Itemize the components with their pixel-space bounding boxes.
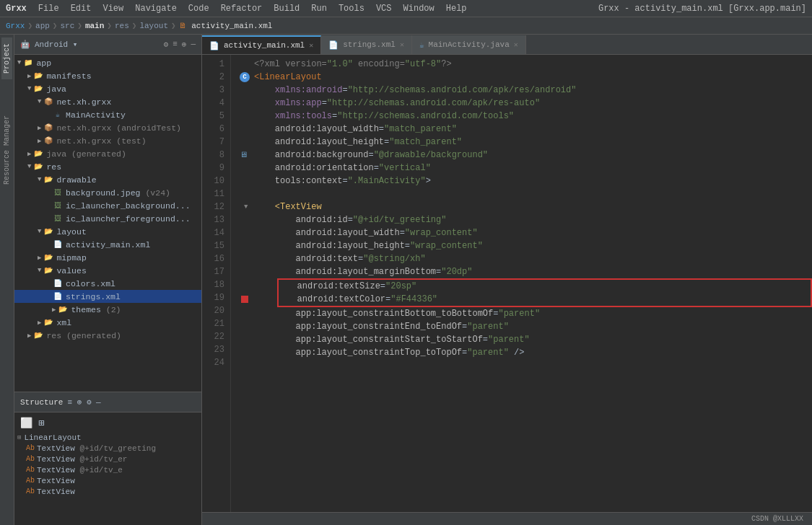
tree-label-activity-main: activity_main.xml xyxy=(66,240,150,250)
menu-edit[interactable]: Edit xyxy=(71,4,92,14)
tree-label-java: java xyxy=(46,84,66,94)
sep5: ❯ xyxy=(132,21,137,30)
tab-java-icon: ☕ xyxy=(419,40,424,50)
struct-label-ll: LinearLayout xyxy=(24,433,81,442)
struct-tv1[interactable]: Ab TextView @+id/tv_greeting xyxy=(14,443,201,454)
menu-window[interactable]: Window xyxy=(403,4,435,14)
img-icon: 🖼 xyxy=(52,187,64,198)
breadcrumb-main[interactable]: main xyxy=(85,22,104,30)
menu-build[interactable]: Build xyxy=(274,4,300,14)
android-icon: 🤖 xyxy=(20,40,30,49)
tab-strings[interactable]: 📄 strings.xml ✕ xyxy=(321,35,412,54)
tree-values[interactable]: ▼ 📂 values xyxy=(14,264,201,277)
struct-icon2[interactable]: ⊞ xyxy=(38,417,44,429)
arrow-mipmap: ▶ xyxy=(38,254,41,262)
folder-icon: 📁 xyxy=(22,57,34,69)
tree-themes[interactable]: ▶ 📂 themes (2) xyxy=(14,303,201,316)
menu-file[interactable]: File xyxy=(38,4,59,14)
breadcrumb-grxx[interactable]: Grxx xyxy=(6,22,25,30)
tree-java[interactable]: ▼ 📂 java xyxy=(14,82,201,95)
arrow-net: ▼ xyxy=(38,98,41,105)
struct-tv4[interactable]: Ab TextView xyxy=(14,475,201,486)
struct-tv2[interactable]: Ab TextView @+id/tv_er xyxy=(14,454,201,464)
breadcrumb-current[interactable]: 🗎 activity_main.xml xyxy=(179,21,273,30)
breadcrumb-layout[interactable]: layout xyxy=(139,22,168,30)
tree-res[interactable]: ▼ 📂 res xyxy=(14,160,201,173)
panel-header-icons: ⚙ ≡ ⊕ — xyxy=(164,40,196,49)
tree-manifests[interactable]: ▶ 📂 manifests xyxy=(14,69,201,82)
tree-test[interactable]: ▶ 📦 net.xh.grxx (test) xyxy=(14,134,201,147)
tree-res-gen[interactable]: ▶ 📂 res (generated) xyxy=(14,329,201,342)
breadcrumb-res[interactable]: res xyxy=(115,22,129,30)
struct-tv5[interactable]: Ab TextView xyxy=(14,486,201,497)
struct-icons-row: ⬜ ⊞ xyxy=(14,414,201,432)
android-dropdown[interactable]: Android ▾ xyxy=(35,40,77,49)
tree-ic-launcher-bg[interactable]: 🖼 ic_launcher_background... xyxy=(14,199,201,212)
collapse-icon[interactable]: ⊕ xyxy=(182,40,187,49)
sidebar-tab-project[interactable]: Project xyxy=(1,38,12,79)
tree-label-app: app xyxy=(36,58,51,68)
structure-list-icon[interactable]: ≡ xyxy=(67,398,72,407)
values-icon: 📂 xyxy=(43,265,54,276)
arrow-xml: ▶ xyxy=(38,319,41,327)
xml-icon: 📄 xyxy=(52,239,64,250)
drawable-icon: 📂 xyxy=(43,174,54,185)
fold-icon-12[interactable]: ▼ xyxy=(244,200,248,213)
menu-navigate[interactable]: Navigate xyxy=(135,4,177,14)
tree-label-ic-bg: ic_launcher_background... xyxy=(66,201,191,211)
menu-run[interactable]: Run xyxy=(311,4,327,14)
tree-java-gen[interactable]: ▶ 📂 java (generated) xyxy=(14,147,201,160)
code-line-3: xmlns:android="http://schemas.android.co… xyxy=(240,84,812,97)
tree-colors[interactable]: 📄 colors.xml xyxy=(14,277,201,290)
tree-app[interactable]: ▼ 📁 app xyxy=(14,56,201,69)
code-line-21: app:layout_constraintEnd_toEndOf="parent… xyxy=(240,320,812,333)
expand-icon[interactable]: ≡ xyxy=(173,40,178,49)
menu-help[interactable]: Help xyxy=(446,4,467,14)
tree-background[interactable]: 🖼 background.jpeg (v24) xyxy=(14,186,201,199)
tree-strings[interactable]: 📄 strings.xml xyxy=(14,290,201,303)
tree-xml[interactable]: ▶ 📂 xml xyxy=(14,316,201,329)
sep6: ❯ xyxy=(171,21,176,30)
tree-layout[interactable]: ▼ 📂 layout xyxy=(14,225,201,238)
breadcrumb-app[interactable]: app xyxy=(35,22,50,30)
structure-settings-icon[interactable]: ⚙ xyxy=(87,398,92,407)
minimize-icon[interactable]: — xyxy=(191,40,196,49)
tab-close-strings[interactable]: ✕ xyxy=(400,40,404,49)
tree-drawable[interactable]: ▼ 📂 drawable xyxy=(14,173,201,186)
c-indicator: C xyxy=(240,72,250,82)
menu-refactor[interactable]: Refactor xyxy=(221,4,263,14)
sidebar-tab-resource[interactable]: Resource Manager xyxy=(1,110,12,190)
arrow-res: ▼ xyxy=(27,163,31,170)
code-area[interactable]: <?xml version="1.0" encoding="utf-8"?> C… xyxy=(231,55,812,512)
tab-mainactivity[interactable]: ☕ MainActivity.java ✕ xyxy=(412,35,526,54)
sidebar-tabs: Project Resource Manager xyxy=(0,35,14,525)
struct-linearlayout[interactable]: ⊞ LinearLayout xyxy=(14,432,201,443)
img3-icon: 🖼 xyxy=(52,213,64,224)
java-file-icon: ☕ xyxy=(52,109,64,120)
tree-label-res-gen: res (generated) xyxy=(46,331,121,340)
struct-tv3[interactable]: Ab TextView @+id/tv_e xyxy=(14,464,201,475)
menu-tools[interactable]: Tools xyxy=(339,4,364,14)
structure-sort-icon[interactable]: ⊕ xyxy=(77,398,82,407)
arrow-themes: ▶ xyxy=(52,306,56,314)
settings-icon[interactable]: ⚙ xyxy=(164,40,169,49)
menu-code[interactable]: Code xyxy=(188,4,209,14)
menu-vcs[interactable]: VCS xyxy=(376,4,392,14)
tree-ic-launcher-fg[interactable]: 🖼 ic_launcher_foreground... xyxy=(14,212,201,225)
struct-icon1[interactable]: ⬜ xyxy=(20,417,32,429)
arrow-java-gen: ▶ xyxy=(27,150,31,158)
bottom-bar-text: CSDN @XLLLXX xyxy=(751,515,803,523)
tree-activity-main[interactable]: 📄 activity_main.xml xyxy=(14,238,201,251)
breadcrumb-src[interactable]: src xyxy=(60,22,74,30)
tab-close-activity[interactable]: ✕ xyxy=(309,41,313,50)
tree-mainactivity[interactable]: ☕ MainActivity xyxy=(14,108,201,121)
file-tree: ▼ 📁 app ▶ 📂 manifests ▼ 📂 java ▼ xyxy=(14,55,201,392)
tree-mipmap[interactable]: ▶ 📂 mipmap xyxy=(14,251,201,264)
tab-activity-main[interactable]: 📄 activity_main.xml ✕ xyxy=(202,35,321,54)
menu-view[interactable]: View xyxy=(102,4,123,14)
tab-close-mainactivity[interactable]: ✕ xyxy=(514,40,518,49)
structure-minimize-icon[interactable]: — xyxy=(96,398,101,407)
tree-net-xh-grxx[interactable]: ▼ 📦 net.xh.grxx xyxy=(14,95,201,108)
tab-label-strings: strings.xml xyxy=(343,40,396,49)
tree-androidtest[interactable]: ▶ 📦 net.xh.grxx (androidTest) xyxy=(14,121,201,134)
